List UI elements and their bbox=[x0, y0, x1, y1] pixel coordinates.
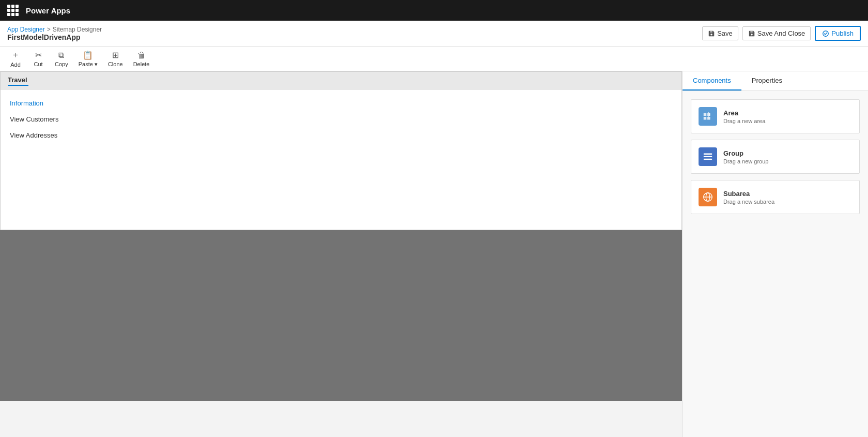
subarea-component-name: Subarea bbox=[723, 190, 774, 198]
add-label: Add bbox=[10, 62, 21, 68]
save-close-label: Save And Close bbox=[757, 29, 805, 37]
travel-underline bbox=[8, 85, 28, 86]
component-card-group[interactable]: Group Drag a new group bbox=[691, 140, 860, 174]
subarea-component-desc: Drag a new subarea bbox=[723, 199, 774, 205]
clone-icon: ⊞ bbox=[112, 50, 119, 60]
breadcrumb-sitemap-designer: Sitemap Designer bbox=[53, 26, 102, 33]
sitemap-canvas: Travel Information View Customers View A… bbox=[0, 71, 682, 401]
subarea-component-icon bbox=[699, 188, 717, 206]
travel-area-card: Travel Information View Customers View A… bbox=[0, 71, 682, 230]
header-right: Save Save And Close Publish bbox=[702, 26, 861, 41]
toolbar-delete[interactable]: 🗑 Delete bbox=[129, 49, 154, 69]
copy-label: Copy bbox=[55, 61, 68, 67]
save-and-close-button[interactable]: Save And Close bbox=[742, 26, 811, 40]
group-component-desc: Drag a new group bbox=[723, 158, 768, 164]
header-left: App Designer > Sitemap Designer FirstMod… bbox=[7, 26, 102, 41]
right-panel: Components Properties Area Drag a new ar… bbox=[682, 71, 868, 437]
gray-bottom-area bbox=[0, 230, 682, 401]
svg-rect-1 bbox=[704, 154, 712, 155]
travel-header[interactable]: Travel bbox=[1, 72, 681, 90]
delete-label: Delete bbox=[133, 61, 150, 67]
travel-content: Information View Customers View Addresse… bbox=[1, 90, 681, 230]
publish-label: Publish bbox=[831, 29, 854, 37]
cut-label: Cut bbox=[34, 61, 42, 67]
nav-item-view-customers[interactable]: View Customers bbox=[8, 111, 674, 127]
area-component-desc: Drag a new area bbox=[723, 118, 765, 124]
panel-tabs: Components Properties bbox=[683, 71, 868, 91]
toolbar-paste[interactable]: 📋 Paste ▾ bbox=[74, 48, 102, 70]
save-label: Save bbox=[717, 29, 733, 37]
breadcrumb-separator: > bbox=[47, 26, 51, 33]
group-component-info: Group Drag a new group bbox=[723, 149, 768, 164]
tab-components[interactable]: Components bbox=[683, 71, 741, 91]
add-icon: ＋ bbox=[11, 50, 20, 61]
publish-button[interactable]: Publish bbox=[815, 26, 861, 41]
tab-components-label: Components bbox=[693, 77, 731, 84]
app-title: Power Apps bbox=[26, 6, 70, 15]
apps-grid-icon[interactable] bbox=[5, 3, 21, 18]
breadcrumb-app-designer[interactable]: App Designer bbox=[7, 26, 45, 33]
nav-item-information[interactable]: Information bbox=[8, 95, 674, 111]
travel-title: Travel bbox=[8, 76, 27, 84]
component-card-subarea[interactable]: Subarea Drag a new subarea bbox=[691, 180, 860, 214]
nav-item-view-addresses[interactable]: View Addresses bbox=[8, 127, 674, 143]
save-button[interactable]: Save bbox=[702, 26, 738, 40]
group-component-name: Group bbox=[723, 149, 768, 157]
toolbar-add[interactable]: ＋ Add bbox=[5, 48, 26, 70]
breadcrumb: App Designer > Sitemap Designer bbox=[7, 26, 102, 33]
delete-icon: 🗑 bbox=[137, 51, 146, 60]
sub-header: App Designer > Sitemap Designer FirstMod… bbox=[0, 21, 868, 47]
travel-header-content: Travel bbox=[8, 76, 28, 86]
toolbar-copy[interactable]: ⧉ Copy bbox=[51, 49, 72, 69]
cut-icon: ✂ bbox=[35, 50, 42, 60]
paste-label: Paste ▾ bbox=[79, 61, 98, 68]
main-layout: Travel Information View Customers View A… bbox=[0, 71, 868, 437]
panel-content: Area Drag a new area Group Drag a new gr… bbox=[683, 91, 868, 222]
copy-icon: ⧉ bbox=[58, 51, 64, 60]
area-component-icon bbox=[699, 107, 717, 126]
area-component-name: Area bbox=[723, 109, 765, 117]
group-component-icon bbox=[699, 147, 717, 166]
svg-rect-3 bbox=[704, 159, 712, 160]
tab-properties[interactable]: Properties bbox=[741, 71, 793, 91]
toolbar-clone[interactable]: ⊞ Clone bbox=[104, 48, 127, 69]
paste-icon: 📋 bbox=[83, 50, 93, 60]
app-name: FirstModelDrivenApp bbox=[7, 33, 102, 41]
tab-properties-label: Properties bbox=[752, 77, 782, 84]
canvas-area: Travel Information View Customers View A… bbox=[0, 71, 682, 437]
subarea-component-info: Subarea Drag a new subarea bbox=[723, 190, 774, 205]
top-bar: Power Apps bbox=[0, 0, 868, 21]
toolbar: ＋ Add ✂ Cut ⧉ Copy 📋 Paste ▾ ⊞ Clone 🗑 D… bbox=[0, 47, 868, 71]
svg-rect-2 bbox=[704, 156, 712, 157]
toolbar-cut[interactable]: ✂ Cut bbox=[28, 48, 49, 69]
component-card-area[interactable]: Area Drag a new area bbox=[691, 99, 860, 133]
area-component-info: Area Drag a new area bbox=[723, 109, 765, 124]
clone-label: Clone bbox=[108, 61, 123, 67]
